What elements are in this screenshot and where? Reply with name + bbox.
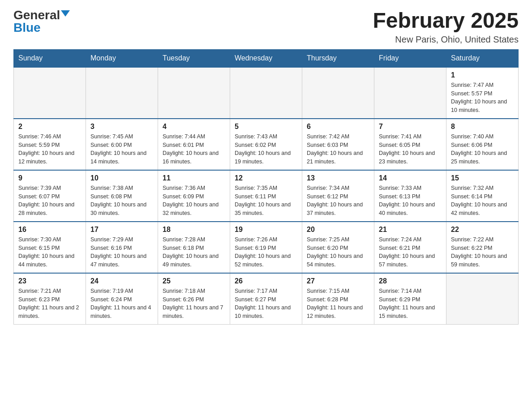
day-number: 1 [451,71,514,79]
day-number: 28 [379,277,442,285]
calendar-cell: 19Sunrise: 7:26 AMSunset: 6:19 PMDayligh… [230,222,302,273]
day-number: 19 [235,226,297,234]
day-number: 9 [18,174,81,182]
day-info: Sunrise: 7:18 AMSunset: 6:26 PMDaylight:… [163,287,225,321]
calendar-header-row: SundayMondayTuesdayWednesdayThursdayFrid… [14,49,519,67]
calendar-cell [86,67,158,119]
page-header: General Blue February 2025 New Paris, Oh… [13,9,519,45]
calendar-cell: 17Sunrise: 7:29 AMSunset: 6:16 PMDayligh… [86,222,158,273]
calendar-cell: 12Sunrise: 7:35 AMSunset: 6:11 PMDayligh… [230,170,302,222]
month-title: February 2025 [373,9,519,33]
calendar-cell: 8Sunrise: 7:40 AMSunset: 6:06 PMDaylight… [446,119,519,170]
day-info: Sunrise: 7:36 AMSunset: 6:09 PMDaylight:… [163,184,225,218]
calendar-cell: 2Sunrise: 7:46 AMSunset: 5:59 PMDaylight… [14,119,86,170]
day-number: 18 [163,226,225,234]
day-number: 21 [379,226,442,234]
day-info: Sunrise: 7:19 AMSunset: 6:24 PMDaylight:… [90,287,153,321]
day-number: 26 [235,277,297,285]
logo-triangle-icon [61,10,70,17]
day-number: 13 [307,174,369,182]
calendar-cell: 3Sunrise: 7:45 AMSunset: 6:00 PMDaylight… [86,119,158,170]
logo: General Blue [13,9,70,34]
calendar-cell: 10Sunrise: 7:38 AMSunset: 6:08 PMDayligh… [86,170,158,222]
day-info: Sunrise: 7:14 AMSunset: 6:29 PMDaylight:… [379,287,442,321]
calendar-cell: 28Sunrise: 7:14 AMSunset: 6:29 PMDayligh… [374,273,446,325]
calendar-cell: 13Sunrise: 7:34 AMSunset: 6:12 PMDayligh… [302,170,374,222]
day-number: 27 [307,277,369,285]
day-info: Sunrise: 7:17 AMSunset: 6:27 PMDaylight:… [235,287,297,321]
day-info: Sunrise: 7:25 AMSunset: 6:20 PMDaylight:… [307,235,369,269]
calendar-cell: 15Sunrise: 7:32 AMSunset: 6:14 PMDayligh… [446,170,519,222]
day-of-week-header: Friday [374,49,446,67]
calendar-cell: 23Sunrise: 7:21 AMSunset: 6:23 PMDayligh… [14,273,86,325]
calendar-cell [374,67,446,119]
day-number: 3 [90,123,153,131]
day-of-week-header: Thursday [302,49,374,67]
day-info: Sunrise: 7:32 AMSunset: 6:14 PMDaylight:… [451,184,514,218]
day-info: Sunrise: 7:21 AMSunset: 6:23 PMDaylight:… [18,287,81,321]
day-number: 11 [163,174,225,182]
calendar: SundayMondayTuesdayWednesdayThursdayFrid… [13,49,519,325]
day-info: Sunrise: 7:26 AMSunset: 6:19 PMDaylight:… [235,235,297,269]
day-info: Sunrise: 7:22 AMSunset: 6:22 PMDaylight:… [451,235,514,269]
calendar-cell: 25Sunrise: 7:18 AMSunset: 6:26 PMDayligh… [158,273,230,325]
day-info: Sunrise: 7:35 AMSunset: 6:11 PMDaylight:… [235,184,297,218]
day-info: Sunrise: 7:45 AMSunset: 6:00 PMDaylight:… [90,133,153,166]
day-number: 12 [235,174,297,182]
calendar-cell: 18Sunrise: 7:28 AMSunset: 6:18 PMDayligh… [158,222,230,273]
day-number: 23 [18,277,81,285]
day-number: 7 [379,123,442,131]
day-info: Sunrise: 7:47 AMSunset: 5:57 PMDaylight:… [451,81,514,115]
day-number: 24 [90,277,153,285]
day-number: 5 [235,123,297,131]
calendar-cell: 1Sunrise: 7:47 AMSunset: 5:57 PMDaylight… [446,67,519,119]
calendar-cell: 14Sunrise: 7:33 AMSunset: 6:13 PMDayligh… [374,170,446,222]
day-info: Sunrise: 7:42 AMSunset: 6:03 PMDaylight:… [307,133,369,166]
calendar-cell: 9Sunrise: 7:39 AMSunset: 6:07 PMDaylight… [14,170,86,222]
day-info: Sunrise: 7:29 AMSunset: 6:16 PMDaylight:… [90,235,153,269]
day-info: Sunrise: 7:39 AMSunset: 6:07 PMDaylight:… [18,184,81,218]
title-section: February 2025 New Paris, Ohio, United St… [373,9,519,45]
calendar-week-row: 9Sunrise: 7:39 AMSunset: 6:07 PMDaylight… [14,170,519,222]
calendar-cell: 20Sunrise: 7:25 AMSunset: 6:20 PMDayligh… [302,222,374,273]
calendar-cell [230,67,302,119]
day-of-week-header: Sunday [14,49,86,67]
day-of-week-header: Monday [86,49,158,67]
day-number: 8 [451,123,514,131]
day-info: Sunrise: 7:40 AMSunset: 6:06 PMDaylight:… [451,133,514,166]
calendar-cell: 24Sunrise: 7:19 AMSunset: 6:24 PMDayligh… [86,273,158,325]
calendar-cell: 4Sunrise: 7:44 AMSunset: 6:01 PMDaylight… [158,119,230,170]
calendar-cell: 26Sunrise: 7:17 AMSunset: 6:27 PMDayligh… [230,273,302,325]
day-number: 14 [379,174,442,182]
day-number: 6 [307,123,369,131]
day-number: 16 [18,226,81,234]
day-number: 2 [18,123,81,131]
location: New Paris, Ohio, United States [373,34,519,45]
day-number: 22 [451,226,514,234]
logo-general: General [13,9,60,21]
day-number: 10 [90,174,153,182]
day-number: 4 [163,123,225,131]
day-info: Sunrise: 7:33 AMSunset: 6:13 PMDaylight:… [379,184,442,218]
day-of-week-header: Tuesday [158,49,230,67]
day-number: 15 [451,174,514,182]
calendar-cell: 21Sunrise: 7:24 AMSunset: 6:21 PMDayligh… [374,222,446,273]
calendar-cell: 11Sunrise: 7:36 AMSunset: 6:09 PMDayligh… [158,170,230,222]
day-info: Sunrise: 7:24 AMSunset: 6:21 PMDaylight:… [379,235,442,269]
calendar-cell: 5Sunrise: 7:43 AMSunset: 6:02 PMDaylight… [230,119,302,170]
day-number: 17 [90,226,153,234]
day-of-week-header: Wednesday [230,49,302,67]
calendar-cell [14,67,86,119]
calendar-cell [302,67,374,119]
calendar-week-row: 2Sunrise: 7:46 AMSunset: 5:59 PMDaylight… [14,119,519,170]
day-info: Sunrise: 7:28 AMSunset: 6:18 PMDaylight:… [163,235,225,269]
day-info: Sunrise: 7:30 AMSunset: 6:15 PMDaylight:… [18,235,81,269]
calendar-week-row: 1Sunrise: 7:47 AMSunset: 5:57 PMDaylight… [14,67,519,119]
logo-blue: Blue [13,21,41,34]
day-info: Sunrise: 7:15 AMSunset: 6:28 PMDaylight:… [307,287,369,321]
day-info: Sunrise: 7:41 AMSunset: 6:05 PMDaylight:… [379,133,442,166]
day-of-week-header: Saturday [446,49,519,67]
day-number: 25 [163,277,225,285]
calendar-cell: 22Sunrise: 7:22 AMSunset: 6:22 PMDayligh… [446,222,519,273]
calendar-week-row: 23Sunrise: 7:21 AMSunset: 6:23 PMDayligh… [14,273,519,325]
